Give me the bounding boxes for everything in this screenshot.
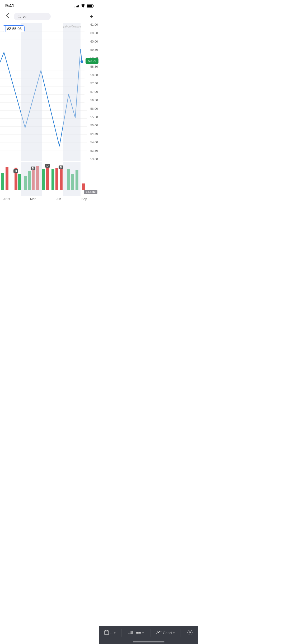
vol-band-2 (63, 162, 81, 196)
chart-container: yahoo/finance VZ 55.06 (0, 23, 99, 203)
svg-rect-33 (55, 168, 58, 190)
current-price-dot (81, 60, 83, 63)
svg-rect-31 (46, 166, 49, 190)
volume-area: D D D D 63.53M (0, 162, 99, 196)
svg-line-4 (20, 17, 21, 18)
x-label-jun: Jun (56, 197, 61, 201)
wifi-icon (81, 4, 85, 8)
x-axis: 2019 Mar Jun Sep (0, 196, 90, 203)
status-bar: 9:41 (0, 0, 99, 10)
x-label-mar: Mar (30, 197, 36, 201)
chart-band-2 (63, 23, 81, 161)
back-button[interactable] (4, 12, 11, 21)
battery-icon (87, 4, 94, 8)
svg-rect-22 (1, 173, 4, 190)
d-badge-1: D (13, 169, 18, 173)
search-text: vz (23, 14, 27, 19)
svg-rect-30 (42, 169, 45, 190)
svg-rect-1 (93, 5, 94, 7)
current-price-label: 59.99 (86, 58, 98, 64)
status-icons (74, 4, 94, 8)
x-label-2019: 2019 (3, 197, 10, 201)
price-chart[interactable]: 61.00 60.50 60.00 59.50 59.00 58.50 58.0… (0, 23, 99, 161)
svg-rect-2 (87, 5, 92, 7)
add-button[interactable]: + (88, 12, 95, 21)
tooltip-bar (6, 26, 6, 32)
status-time: 9:41 (5, 3, 14, 8)
d-badge-3: D (45, 164, 50, 168)
volume-badge: 63.53M (84, 190, 97, 194)
price-line-svg (0, 23, 99, 161)
svg-rect-23 (6, 167, 8, 190)
svg-rect-32 (51, 169, 54, 190)
search-pill[interactable]: vz (14, 13, 51, 20)
search-icon (17, 15, 21, 18)
chart-band-1 (21, 23, 42, 161)
svg-rect-34 (60, 168, 63, 190)
nav-bar: vz + (0, 10, 99, 23)
svg-rect-38 (82, 183, 85, 190)
d-badge-4: D (59, 165, 63, 169)
signal-icon (74, 4, 79, 7)
d-badge-2: D (31, 167, 35, 170)
price-tooltip: VZ 55.06 (3, 25, 25, 32)
x-label-sep: Sep (82, 197, 87, 201)
svg-rect-25 (18, 174, 21, 190)
